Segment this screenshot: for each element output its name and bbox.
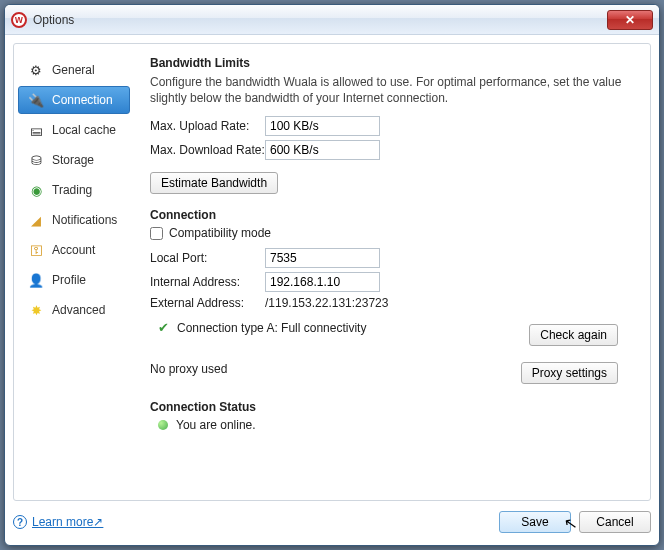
sidebar-item-label: Profile bbox=[52, 273, 86, 287]
connection-status-title: Connection Status bbox=[150, 400, 634, 414]
sidebar-item-local-cache[interactable]: 🖴 Local cache bbox=[18, 116, 130, 144]
compatibility-label: Compatibility mode bbox=[169, 226, 271, 240]
key-icon: ⚿ bbox=[28, 242, 44, 258]
close-button[interactable]: ✕ bbox=[607, 10, 653, 30]
bell-icon: ◢ bbox=[28, 212, 44, 228]
plug-icon: 🔌 bbox=[28, 92, 44, 108]
person-icon: 👤 bbox=[28, 272, 44, 288]
drive-icon: ⛁ bbox=[28, 152, 44, 168]
bandwidth-description: Configure the bandwidth Wuala is allowed… bbox=[150, 74, 634, 106]
app-icon: w bbox=[11, 12, 27, 28]
globe-icon: ◉ bbox=[28, 182, 44, 198]
sidebar-item-profile[interactable]: 👤 Profile bbox=[18, 266, 130, 294]
connection-type-text: Connection type A: Full connectivity bbox=[177, 321, 366, 335]
disk-icon: 🖴 bbox=[28, 122, 44, 138]
compatibility-checkbox[interactable] bbox=[150, 227, 163, 240]
upload-rate-input[interactable] bbox=[265, 116, 380, 136]
sidebar-item-label: Account bbox=[52, 243, 95, 257]
local-port-label: Local Port: bbox=[150, 251, 265, 265]
external-address-value: /119.153.22.131:23723 bbox=[265, 296, 388, 310]
footer: ? Learn more↗ Save Cancel bbox=[13, 507, 651, 537]
internal-address-label: Internal Address: bbox=[150, 275, 265, 289]
content-panel: Bandwidth Limits Configure the bandwidth… bbox=[134, 44, 650, 500]
bandwidth-title: Bandwidth Limits bbox=[150, 56, 634, 70]
sidebar-item-storage[interactable]: ⛁ Storage bbox=[18, 146, 130, 174]
save-button[interactable]: Save bbox=[499, 511, 571, 533]
options-window: w Options ✕ ⚙ General 🔌 Connection 🖴 Loc… bbox=[4, 4, 660, 546]
learn-more-link[interactable]: ? Learn more↗ bbox=[13, 515, 103, 529]
estimate-bandwidth-button[interactable]: Estimate Bandwidth bbox=[150, 172, 278, 194]
sidebar-item-label: Advanced bbox=[52, 303, 105, 317]
connection-title: Connection bbox=[150, 208, 634, 222]
sidebar-item-label: General bbox=[52, 63, 95, 77]
sidebar-item-label: Notifications bbox=[52, 213, 117, 227]
download-rate-label: Max. Download Rate: bbox=[150, 143, 265, 157]
sidebar-item-notifications[interactable]: ◢ Notifications bbox=[18, 206, 130, 234]
star-icon: ✸ bbox=[28, 302, 44, 318]
check-icon: ✔ bbox=[158, 320, 169, 335]
sidebar-item-label: Connection bbox=[52, 93, 113, 107]
sidebar-item-general[interactable]: ⚙ General bbox=[18, 56, 130, 84]
local-port-input[interactable] bbox=[265, 248, 380, 268]
close-icon: ✕ bbox=[625, 13, 635, 27]
titlebar: w Options ✕ bbox=[5, 5, 659, 35]
sidebar-item-label: Local cache bbox=[52, 123, 116, 137]
internal-address-input[interactable] bbox=[265, 272, 380, 292]
sidebar-item-connection[interactable]: 🔌 Connection bbox=[18, 86, 130, 114]
upload-rate-label: Max. Upload Rate: bbox=[150, 119, 265, 133]
online-status-text: You are online. bbox=[176, 418, 256, 432]
check-again-button[interactable]: Check again bbox=[529, 324, 618, 346]
sidebar-item-account[interactable]: ⚿ Account bbox=[18, 236, 130, 264]
sidebar: ⚙ General 🔌 Connection 🖴 Local cache ⛁ S… bbox=[14, 44, 134, 500]
window-title: Options bbox=[33, 13, 74, 27]
sidebar-item-label: Trading bbox=[52, 183, 92, 197]
content-frame: ⚙ General 🔌 Connection 🖴 Local cache ⛁ S… bbox=[13, 43, 651, 501]
download-rate-input[interactable] bbox=[265, 140, 380, 160]
sidebar-item-trading[interactable]: ◉ Trading bbox=[18, 176, 130, 204]
sidebar-item-advanced[interactable]: ✸ Advanced bbox=[18, 296, 130, 324]
learn-more-label: Learn more↗ bbox=[32, 515, 103, 529]
online-dot-icon bbox=[158, 420, 168, 430]
cancel-button[interactable]: Cancel bbox=[579, 511, 651, 533]
proxy-status-text: No proxy used bbox=[150, 362, 227, 376]
external-address-label: External Address: bbox=[150, 296, 265, 310]
help-icon: ? bbox=[13, 515, 27, 529]
sidebar-item-label: Storage bbox=[52, 153, 94, 167]
proxy-settings-button[interactable]: Proxy settings bbox=[521, 362, 618, 384]
gear-icon: ⚙ bbox=[28, 62, 44, 78]
